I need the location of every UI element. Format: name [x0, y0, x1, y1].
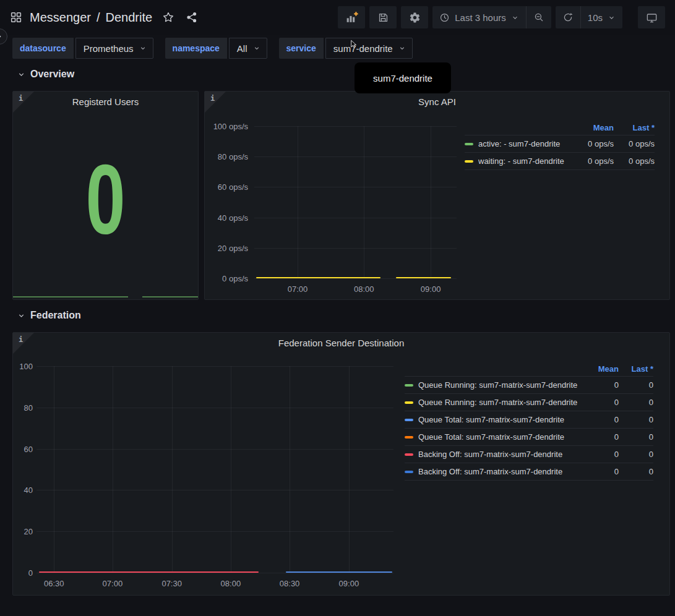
refresh-interval-picker[interactable]: 10s: [581, 6, 622, 28]
y-tick-label: 100 ops/s: [213, 122, 248, 131]
legend-row[interactable]: Queue Running: sum7-matrix-sum7-dendrite…: [405, 376, 653, 393]
section-header-overview[interactable]: Overview: [17, 69, 74, 80]
x-tick-label: 08:00: [354, 284, 374, 294]
panel-title[interactable]: Sync API: [205, 96, 669, 107]
y-axis-labels: 100806040200: [13, 366, 33, 573]
dropdown-caret-icon: [398, 45, 406, 52]
y-tick-label: 40: [24, 486, 33, 495]
caret-down-icon: [511, 14, 519, 22]
time-picker-group: Last 3 hours: [432, 6, 551, 28]
series-label[interactable]: Backing Off: sum7-matrix-sum7-dendrite: [418, 450, 582, 459]
add-panel-button[interactable]: [338, 6, 365, 28]
y-tick-label: 60 ops/s: [218, 182, 248, 192]
variable-namespace-label: namespace: [165, 38, 227, 59]
variable-service-dropdown[interactable]: sum7-dendrite: [325, 38, 413, 59]
save-dashboard-button[interactable]: [369, 6, 397, 28]
legend-row[interactable]: Backing Off: sum7-matrix-sum7-dendrite 0…: [405, 445, 653, 463]
gridline: [431, 126, 431, 278]
variable-datasource-value: Prometheus: [84, 43, 134, 54]
clock-icon: [439, 12, 450, 23]
sync-api-legend: Mean Last * active: - sum7-dendrite 0 op…: [465, 120, 655, 170]
variable-service-label: service: [279, 38, 324, 59]
x-tick-label: 07:00: [103, 579, 123, 588]
series-color-swatch: [465, 160, 473, 163]
section-header-federation[interactable]: Federation: [17, 310, 81, 321]
series-label[interactable]: Queue Running: sum7-matrix-sum7-dendrite: [418, 380, 582, 390]
legend-row[interactable]: Queue Total: sum7-matrix-sum7-dendrite 0…: [405, 428, 653, 445]
series-last-value: 0 ops/s: [614, 139, 655, 148]
gridline: [254, 156, 457, 157]
legend-column-mean[interactable]: Mean: [569, 123, 614, 132]
apps-menu-icon[interactable]: [10, 11, 22, 24]
variable-service: service sum7-dendrite: [279, 38, 413, 59]
star-icon[interactable]: [162, 11, 174, 24]
series-label[interactable]: active: - sum7-dendrite: [478, 139, 569, 148]
series-last-value: 0: [619, 467, 653, 476]
panel-title[interactable]: Registerd Users: [13, 96, 198, 107]
x-axis-labels: 07:0008:0009:00: [254, 284, 457, 296]
federation-legend: Mean Last * Queue Running: sum7-matrix-s…: [405, 361, 653, 481]
kiosk-tv-icon: [646, 12, 658, 24]
series-last-value: 0: [619, 450, 653, 459]
y-tick-label: 60: [24, 444, 33, 453]
zoom-out-button[interactable]: [527, 6, 551, 28]
series-label[interactable]: waiting: - sum7-dendrite: [478, 156, 569, 166]
series-line-waiting: [256, 277, 380, 278]
x-tick-label: 07:00: [288, 284, 308, 294]
series-color-swatch: [405, 384, 413, 387]
series-label[interactable]: Queue Running: sum7-matrix-sum7-dendrite: [418, 398, 582, 407]
header-toolbar: Last 3 hours: [338, 6, 665, 28]
legend-row[interactable]: active: - sum7-dendrite 0 ops/s 0 ops/s: [465, 135, 655, 152]
legend-column-last[interactable]: Last *: [614, 123, 655, 132]
kiosk-mode-button[interactable]: [638, 6, 665, 28]
series-label[interactable]: Queue Total: sum7-matrix-sum7-dendrite: [418, 432, 582, 442]
legend-row[interactable]: Queue Running: sum7-matrix-sum7-dendrite…: [405, 393, 653, 411]
share-icon[interactable]: [186, 11, 198, 24]
time-range-picker[interactable]: Last 3 hours: [432, 6, 526, 28]
variable-namespace-dropdown[interactable]: All: [229, 38, 267, 59]
series-last-value: 0 ops/s: [614, 156, 655, 166]
variable-datasource-dropdown[interactable]: Prometheus: [75, 38, 153, 59]
y-tick-label: 0 ops/s: [222, 274, 248, 283]
y-tick-label: 40 ops/s: [218, 213, 248, 222]
legend-column-last[interactable]: Last *: [619, 364, 653, 374]
series-mean-value: 0: [582, 432, 619, 442]
breadcrumb-dashboard[interactable]: Dendrite: [106, 11, 153, 25]
breadcrumb-separator: /: [97, 11, 100, 25]
refresh-interval-label: 10s: [588, 12, 603, 23]
section-title-overview: Overview: [30, 69, 74, 80]
legend-header: Mean Last *: [405, 361, 653, 376]
legend-row[interactable]: Queue Total: sum7-matrix-sum7-dendrite 0…: [405, 411, 653, 428]
gridline: [37, 531, 393, 532]
series-last-value: 0: [619, 380, 653, 390]
zoom-out-icon: [533, 12, 544, 23]
series-color-swatch: [405, 401, 413, 404]
variable-datasource: datasource Prometheus: [12, 38, 153, 59]
series-mean-value: 0: [582, 467, 619, 476]
legend-row[interactable]: waiting: - sum7-dendrite 0 ops/s 0 ops/s: [465, 152, 655, 170]
x-tick-label: 06:30: [44, 579, 64, 588]
dashboard-header: Messenger / Dendrite: [0, 0, 675, 35]
gridline: [231, 366, 231, 573]
sparkline-segment: [13, 296, 128, 297]
panel-title[interactable]: Federation Sender Destination: [13, 338, 669, 348]
gridline: [37, 490, 393, 490]
time-range-label: Last 3 hours: [455, 12, 506, 23]
breadcrumb-folder[interactable]: Messenger: [30, 11, 91, 25]
series-color-swatch: [405, 419, 413, 421]
refresh-button[interactable]: [556, 6, 580, 28]
series-line-backing-off: [39, 571, 259, 573]
dashboard-settings-button[interactable]: [401, 6, 428, 28]
series-mean-value: 0: [582, 415, 619, 424]
series-label[interactable]: Backing Off: sum7-matrix-sum7-dendrite: [418, 467, 582, 476]
legend-column-mean[interactable]: Mean: [582, 364, 619, 374]
series-color-swatch: [465, 143, 473, 145]
federation-plot: [37, 366, 393, 573]
series-color-swatch: [405, 471, 413, 473]
save-icon: [377, 12, 389, 24]
legend-row[interactable]: Backing Off: sum7-matrix-sum7-dendrite 0…: [405, 463, 653, 481]
series-label[interactable]: Queue Total: sum7-matrix-sum7-dendrite: [418, 415, 582, 424]
series-last-value: 0: [619, 432, 653, 442]
series-mean-value: 0: [582, 398, 619, 407]
expand-menu-chevron-icon: [0, 33, 3, 40]
